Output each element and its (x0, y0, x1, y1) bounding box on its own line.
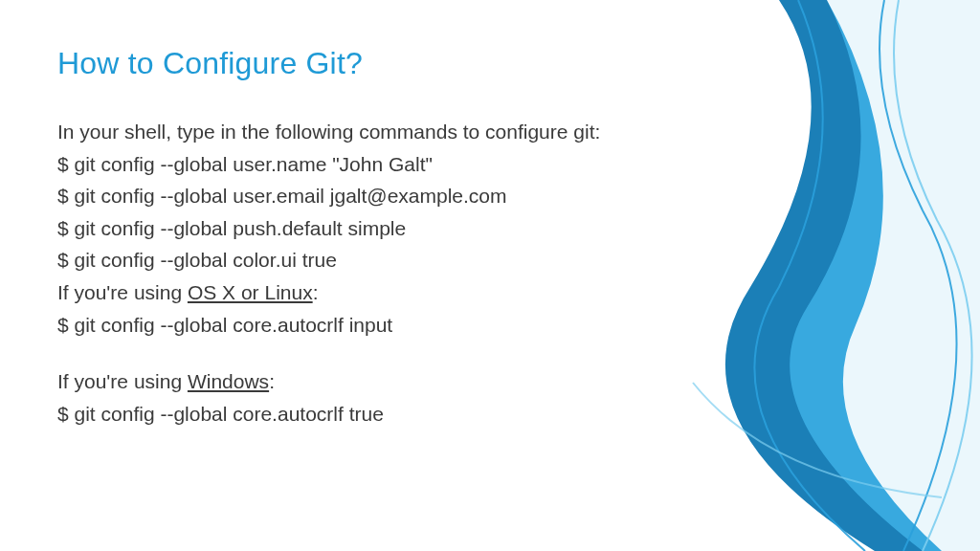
intro-text: In your shell, type in the following com… (57, 116, 670, 148)
text-fragment: : (269, 370, 275, 392)
command-line: $ git config --global core.autocrlf inpu… (57, 309, 670, 342)
spacer (57, 341, 670, 365)
slide-body: In your shell, type in the following com… (57, 116, 670, 430)
command-line: $ git config --global color.ui true (57, 244, 670, 276)
command-line: $ git config --global core.autocrlf true (57, 398, 670, 430)
command-line: $ git config --global user.name "John Ga… (57, 148, 670, 181)
osx-linux-note: If you're using OS X or Linux: (57, 276, 670, 309)
underlined-text: OS X or Linux (188, 281, 313, 303)
slide-title: How to Configure Git? (57, 46, 670, 81)
command-line: $ git config --global push.default simpl… (57, 212, 670, 245)
command-line: $ git config --global user.email jgalt@e… (57, 180, 670, 212)
underlined-text: Windows (188, 370, 269, 392)
text-fragment: If you're using (57, 281, 188, 303)
slide-content: How to Configure Git? In your shell, typ… (0, 0, 727, 468)
text-fragment: : (313, 281, 319, 303)
text-fragment: If you're using (57, 370, 188, 392)
windows-note: If you're using Windows: (57, 365, 670, 398)
